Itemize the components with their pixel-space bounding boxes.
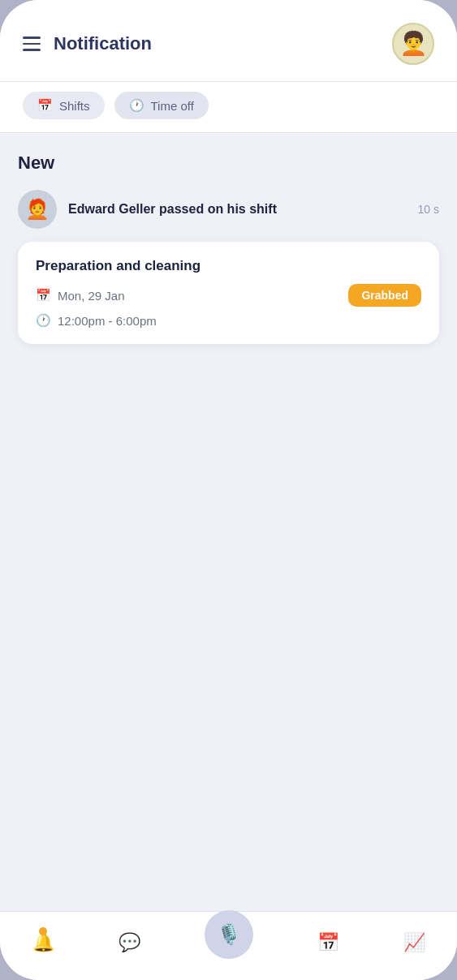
- notification-message: Edward Geller passed on his shift: [68, 202, 407, 217]
- avatar[interactable]: 🧑‍🦱: [392, 23, 434, 65]
- notification-time: 10 s: [418, 203, 439, 216]
- nav-chart[interactable]: 📈: [394, 927, 435, 958]
- phone-frame: Notification 🧑‍🦱 📅 Shifts 🕐 Time off New: [0, 0, 457, 980]
- time-off-tab-label: Time off: [151, 99, 194, 113]
- nav-center-button[interactable]: 🎙️: [205, 910, 253, 959]
- notif-avatar-emoji: 🧑‍🦰: [25, 198, 50, 221]
- notif-avatar: 🧑‍🦰: [18, 190, 57, 229]
- tab-time-off[interactable]: 🕐 Time off: [114, 92, 209, 119]
- time-off-tab-icon: 🕐: [129, 98, 144, 113]
- shift-date-detail: 📅 Mon, 29 Jan: [36, 288, 125, 303]
- chart-icon: 📈: [403, 932, 425, 953]
- notification-item[interactable]: 🧑‍🦰 Edward Geller passed on his shift 10…: [18, 190, 439, 229]
- shift-time-text: 12:00pm - 6:00pm: [58, 314, 157, 328]
- mic-icon: 🎙️: [217, 923, 241, 946]
- shift-date-text: Mon, 29 Jan: [58, 289, 125, 303]
- screen: Notification 🧑‍🦱 📅 Shifts 🕐 Time off New: [0, 0, 457, 980]
- shift-date-row: 📅 Mon, 29 Jan Grabbed: [36, 284, 421, 307]
- nav-bell[interactable]: 🔔: [23, 927, 64, 958]
- calendar-nav-icon: 📅: [317, 932, 339, 953]
- shift-time-icon: 🕐: [36, 313, 51, 328]
- nav-calendar[interactable]: 📅: [308, 927, 349, 958]
- shift-date-icon: 📅: [36, 288, 51, 303]
- shift-time-row: 🕐 12:00pm - 6:00pm: [36, 313, 421, 328]
- shifts-tab-label: Shifts: [59, 99, 90, 113]
- filter-row: 📅 Shifts 🕐 Time off: [0, 82, 457, 132]
- tab-shifts[interactable]: 📅 Shifts: [23, 92, 105, 119]
- chat-icon: 💬: [119, 932, 140, 953]
- page-title: Notification: [54, 33, 152, 54]
- avatar-emoji: 🧑‍🦱: [399, 32, 428, 55]
- nav-chat[interactable]: 💬: [109, 927, 150, 958]
- header-left: Notification: [23, 33, 152, 54]
- grabbed-badge: Grabbed: [348, 284, 421, 307]
- header: Notification 🧑‍🦱: [0, 0, 457, 82]
- shift-card-title: Preparation and cleaning: [36, 258, 421, 274]
- shift-card[interactable]: Preparation and cleaning 📅 Mon, 29 Jan G…: [18, 242, 439, 344]
- section-new-title: New: [18, 153, 439, 174]
- nav-center[interactable]: 🎙️: [195, 922, 263, 964]
- content-area: New 🧑‍🦰 Edward Geller passed on his shif…: [0, 133, 457, 911]
- notification-dot: [39, 927, 47, 935]
- menu-icon[interactable]: [23, 37, 41, 51]
- shifts-tab-icon: 📅: [37, 98, 53, 113]
- bottom-nav: 🔔 💬 🎙️ 📅 📈: [0, 911, 457, 980]
